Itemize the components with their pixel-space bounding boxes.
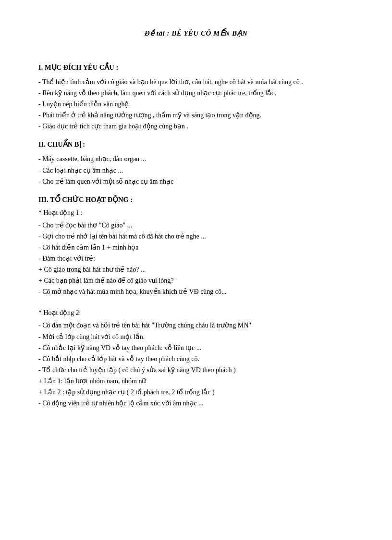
activity-1-line-1: - Gợi cho trẻ nhớ lại tên bài hát mà cô … xyxy=(38,231,354,242)
activity-2-line-4: - Tổ chức cho trẻ luyện tập ( cô chú ý s… xyxy=(38,364,354,376)
activity-1-line-4: + Cô giáo trong bài hát như thế nào? ... xyxy=(38,264,354,275)
section-i-line-3: - Phát triển ở trẻ khả năng tưởng tượng … xyxy=(38,110,354,121)
section-i-heading: I. MỤC ĐÍCH YÊU CẦU : xyxy=(38,63,354,72)
section-i: I. MỤC ĐÍCH YÊU CẦU : - Thể hiện tình cả… xyxy=(38,63,354,132)
section-iii: III. TỔ CHỨC HOẠT ĐỘNG : * Hoạt động 1 :… xyxy=(38,196,354,409)
activity-2-line-6: + Lần 2 : tập sử dụng nhạc cụ ( 2 tổ phá… xyxy=(38,387,354,398)
activity-1-line-0: - Cho trẻ đọc bài thơ "Cô giáo" ... xyxy=(38,220,354,231)
section-i-line-0: - Thể hiện tình cảm với cô giáo và bạn b… xyxy=(38,76,354,88)
section-iii-heading: III. TỔ CHỨC HOẠT ĐỘNG : xyxy=(38,196,354,204)
section-ii-line-1: - Các loại nhạc cụ âm nhạc ... xyxy=(38,165,354,176)
title-area: Đề tài : BÉ YÊU CÔ MẾN BẠN xyxy=(38,29,354,38)
document-title: Đề tài : BÉ YÊU CÔ MẾN BẠN xyxy=(145,29,248,37)
activity-1-content: - Cho trẻ đọc bài thơ "Cô giáo" ... - Gợ… xyxy=(38,220,354,298)
activity-1-line-6: - Cô mở nhạc và hát múa minh họa, khuyến… xyxy=(38,286,354,297)
section-i-line-2: - Luyện nép biểu diễn văn nghệ. xyxy=(38,99,354,110)
section-i-line-1: - Rèn kỹ năng vỗ theo phách, làm quen vớ… xyxy=(38,88,354,99)
activity-2-content: - Cô đàn một đoạn và hỏi trẻ tên bài hát… xyxy=(38,320,354,409)
activity-2-line-5: + Lần 1: lần lượt nhóm nam, nhóm nữ xyxy=(38,376,354,387)
section-ii-heading: II. CHUẨN BỊ : xyxy=(38,140,354,149)
activity-1-line-2: - Cô hát diễn cảm lần 1 + minh họa xyxy=(38,242,354,253)
activity-2-line-1: - Mời cả lớp cùng hát với cô một lần. xyxy=(38,331,354,342)
activity-1-line-5: + Các bạn phải làm thế nào để cô giáo vu… xyxy=(38,275,354,286)
section-ii-line-2: - Cho trẻ làm quen với một số nhạc cụ âm… xyxy=(38,176,354,187)
activity-1-label: * Hoạt động 1 : xyxy=(38,209,354,217)
activity-2-line-2: - Cô nhắc lại kỹ năng VĐ vỗ tay theo phá… xyxy=(38,342,354,353)
activity-2-line-7: - Cô động viên trẻ tự nhiên bộc lộ cảm x… xyxy=(38,398,354,409)
activity-1-line-3: - Đàm thoại với trẻ: xyxy=(38,253,354,264)
document-page: Đề tài : BÉ YÊU CÔ MẾN BẠN I. MỤC ĐÍCH Y… xyxy=(0,0,392,540)
section-ii-content: - Máy cassette, băng nhạc, đàn organ ...… xyxy=(38,153,354,187)
section-ii-line-0: - Máy cassette, băng nhạc, đàn organ ... xyxy=(38,153,354,164)
activity-2-label: * Hoạt động 2: xyxy=(38,309,354,317)
activity-2: * Hoạt động 2: - Cô đàn một đoạn và hỏi … xyxy=(38,309,354,409)
activity-2-line-3: - Cô bắt nhịp cho cả lớp hát và vỗ tay t… xyxy=(38,353,354,364)
section-i-line-4: - Giáo dục trẻ tích cực tham gia hoạt độ… xyxy=(38,121,354,132)
activity-2-line-0: - Cô đàn một đoạn và hỏi trẻ tên bài hát… xyxy=(38,320,354,331)
section-i-content: - Thể hiện tình cảm với cô giáo và bạn b… xyxy=(38,76,354,132)
activity-1: * Hoạt động 1 : - Cho trẻ đọc bài thơ "C… xyxy=(38,209,354,298)
section-ii: II. CHUẨN BỊ : - Máy cassette, băng nhạc… xyxy=(38,140,354,187)
